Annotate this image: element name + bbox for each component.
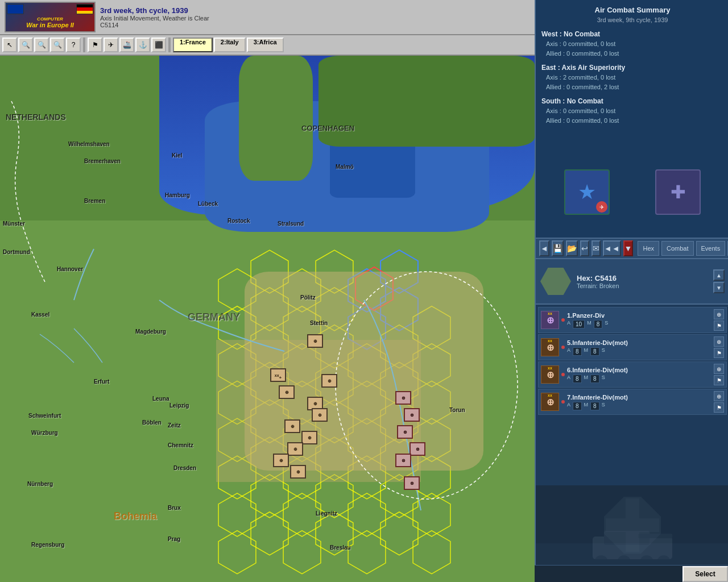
map-unit-1[interactable]: xx+: [270, 368, 286, 382]
unit-name-0: 1.Panzer-Div: [567, 312, 712, 319]
denmark-water: [330, 141, 415, 198]
west-title: West : No Combat: [541, 30, 723, 38]
nav-save-btn[interactable]: 💾: [552, 240, 564, 256]
nav-end-btn[interactable]: ▼: [623, 240, 634, 256]
hex-details: Hex: C5416 Terrain: Broken: [577, 274, 708, 289]
hex-scroll-up[interactable]: ▲: [713, 269, 725, 281]
unit-row-1[interactable]: xx ⊕ 5.Infanterie-Div(mot) A 8 M 8 S ⊕ ⚑: [538, 334, 727, 360]
map-area[interactable]: GERMANY Bohemia NETHERLANDS COPENHAGEN W…: [0, 56, 535, 582]
south-combat: South : No Combat Axis : 0 committed, 0 …: [541, 97, 723, 125]
unit-flag-btn-2[interactable]: ⚑: [714, 375, 724, 385]
header: COMPUTERWar in Europe II 3rd week, 9th c…: [0, 0, 535, 35]
map-unit-9[interactable]: ⊕: [273, 454, 289, 467]
nav-back-btn[interactable]: ◄: [539, 240, 549, 256]
svg-rect-64: [638, 534, 672, 538]
netherlands-land: [0, 56, 159, 169]
unit-marker-0: [561, 318, 565, 322]
map-unit-5[interactable]: ⊕: [312, 408, 328, 422]
tab-hex[interactable]: Hex: [638, 241, 659, 256]
tank-background: [536, 485, 728, 565]
denmark-land: [239, 56, 313, 181]
map-unit-4[interactable]: ⊕: [321, 374, 337, 388]
nav-skip-btn[interactable]: ◄◄: [603, 240, 621, 256]
game-phase: Axis Initial Movement, Weather is Clear: [100, 15, 530, 22]
toolbar-btn-6[interactable]: ⚑: [88, 38, 102, 52]
hex-code: C5114: [100, 22, 530, 28]
unit-info-0: 1.Panzer-Div A 10 M 8 S: [567, 312, 712, 329]
tab-events[interactable]: Events: [696, 241, 726, 256]
toolbar-btn-4[interactable]: 🔍: [50, 38, 65, 52]
unit-action-btns-0: ⊕ ⚑: [714, 309, 724, 331]
map-unit-11[interactable]: ⊕: [307, 334, 323, 348]
city-bremen: Bremen: [84, 198, 105, 204]
unit-attack-0: 10: [573, 320, 585, 329]
map-unit-6[interactable]: ⊕: [284, 419, 300, 433]
toolbar-btn-7[interactable]: ✈: [104, 38, 118, 52]
map-unit-polish-5[interactable]: ⊗: [395, 454, 411, 467]
toolbar-btn-9[interactable]: ⚓: [135, 38, 150, 52]
toolbar-btn-2[interactable]: 🔍: [18, 38, 33, 52]
toolbar-btn-10[interactable]: ⬛: [151, 38, 166, 52]
unit-info-3: 7.Infanterie-Div(mot) A 8 M 8 S: [567, 394, 712, 410]
unit-flag-btn-0[interactable]: ⚑: [714, 321, 724, 331]
unit-row-3[interactable]: xx ⊕ 7.Infanterie-Div(mot) A 8 M 8 S ⊕ ⚑: [538, 389, 727, 415]
unit-row-2[interactable]: xx ⊕ 6.Infanterie-Div(mot) A 8 M 8 S ⊕ ⚑: [538, 361, 727, 388]
tab-italy[interactable]: 2:Italy: [214, 38, 246, 52]
unit-zoom-btn-0[interactable]: ⊕: [714, 309, 724, 319]
unit-marker-2: [561, 373, 565, 376]
unit-marker-1: [561, 346, 565, 349]
air-combat-title: Air Combat Summary: [541, 6, 723, 14]
air-unit-allied-star: ★ ✈: [564, 169, 610, 215]
toolbar: ↖ 🔍 🔍 🔍 ? ⚑ ✈ 🚢 ⚓ ⬛ 1:France 2:Italy 3:A…: [0, 35, 535, 56]
unit-icon-0: xx ⊕: [541, 311, 559, 329]
unit-info-2: 6.Infanterie-Div(mot) A 8 M 8 S: [567, 367, 712, 383]
unit-zoom-btn-3[interactable]: ⊕: [714, 391, 724, 401]
unit-action-btns-2: ⊕ ⚑: [714, 364, 724, 385]
toolbar-btn-8[interactable]: 🚢: [119, 38, 134, 52]
toolbar-btn-1[interactable]: ↖: [2, 38, 17, 52]
scandinavia-land: [318, 56, 535, 147]
west-allied: Allied : 0 committed, 0 lost: [546, 49, 723, 59]
toolbar-btn-3[interactable]: 🔍: [34, 38, 49, 52]
hex-terrain: Terrain: Broken: [577, 282, 708, 289]
game-week: 3rd week, 9th cycle, 1939: [100, 6, 530, 15]
unit-zoom-btn-1[interactable]: ⊕: [714, 336, 724, 347]
map-unit-polish-6[interactable]: ⊗: [404, 476, 420, 490]
unit-attack-1: 8: [573, 347, 582, 356]
unit-action-btns-3: ⊕ ⚑: [714, 391, 724, 413]
nav-load-btn[interactable]: 📂: [566, 240, 578, 256]
east-combat: East : Axis Air Superiority Axis : 2 com…: [541, 64, 723, 92]
toolbar-sep-2: [168, 38, 171, 52]
unit-info-1: 5.Infanterie-Div(mot) A 8 M 8 S: [567, 339, 712, 356]
toolbar-btn-5[interactable]: ?: [66, 38, 81, 52]
unit-row-0[interactable]: xx ⊕ 1.Panzer-Div A 10 M 8 S ⊕ ⚑: [538, 307, 727, 333]
unit-attack-2: 8: [573, 375, 582, 383]
map-unit-polish-2[interactable]: ⊗: [404, 408, 420, 422]
unit-zoom-btn-2[interactable]: ⊕: [714, 364, 724, 374]
unit-flag-btn-1[interactable]: ⚑: [714, 348, 724, 358]
map-unit-7[interactable]: ⊕: [301, 431, 317, 444]
tab-africa[interactable]: 3:Africa: [247, 38, 284, 52]
select-button[interactable]: Select: [682, 566, 728, 582]
air-unit-axis-cross: ✚: [655, 169, 701, 215]
east-allied: Allied : 0 committed, 2 lost: [546, 82, 723, 92]
map-unit-8[interactable]: ⊕: [287, 442, 303, 456]
hex-id: Hex: C5416: [577, 274, 708, 282]
hex-scroll-down[interactable]: ▼: [713, 282, 725, 293]
unit-icon-2: xx ⊕: [541, 365, 559, 384]
unit-flag-btn-3[interactable]: ⚑: [714, 402, 724, 413]
unit-name-2: 6.Infanterie-Div(mot): [567, 367, 712, 373]
tab-france[interactable]: 1:France: [173, 38, 213, 52]
nav-mail-btn[interactable]: ✉: [592, 240, 601, 256]
tab-combat[interactable]: Combat: [661, 241, 694, 256]
map-unit-polish-3[interactable]: ⊗: [397, 425, 413, 439]
svg-rect-61: [606, 518, 659, 532]
map-unit-2[interactable]: ⊕: [279, 385, 295, 399]
map-unit-polish-1[interactable]: ⊗: [395, 391, 411, 405]
nav-undo-btn[interactable]: ↩: [580, 240, 589, 256]
hex-info-panel: Hex: C5416 Terrain: Broken ▲ ▼: [536, 259, 728, 305]
panel-toolbar: ◄ 💾 📂 ↩ ✉ ◄◄ ▼ Hex Combat Events Help OO…: [536, 239, 728, 259]
map-unit-10[interactable]: ⊕: [290, 465, 306, 479]
map-unit-polish-4[interactable]: ⊗: [410, 442, 425, 456]
hex-scroll-btns: ▲ ▼: [713, 269, 725, 293]
